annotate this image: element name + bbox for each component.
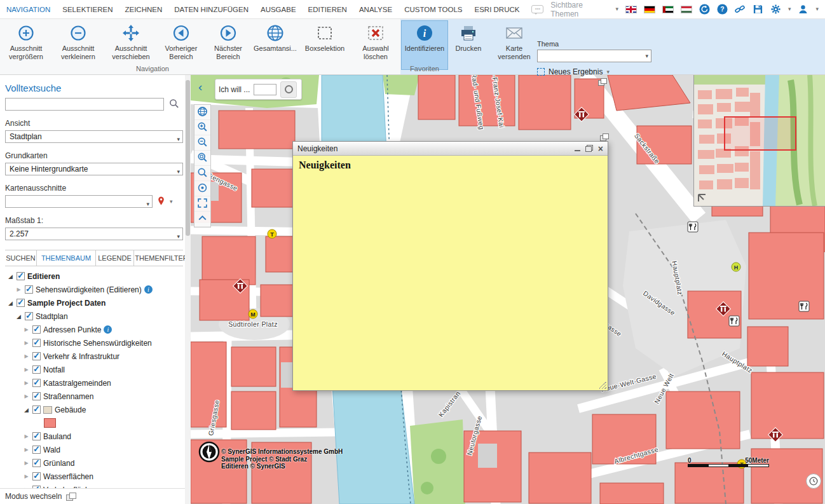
massstab-select[interactable]: 2.257▾: [5, 228, 183, 240]
zoom-out-button[interactable]: [194, 135, 210, 151]
map-marker-tram-m-icon[interactable]: M: [249, 310, 257, 318]
layer-checkbox[interactable]: [32, 339, 41, 347]
tree-expand-icon[interactable]: ▶: [23, 447, 30, 453]
ribbon-button-ausschnitt-verkleinern[interactable]: Ausschnitt verkleinern: [53, 21, 103, 69]
tree-item-katastralgemeinden[interactable]: ▶Katastralgemeinden: [5, 376, 183, 390]
layer-checkbox[interactable]: [32, 459, 41, 467]
tab-themenfilter[interactable]: THEMENFILTER: [134, 250, 189, 266]
tree-expand-icon[interactable]: ▶: [23, 460, 30, 466]
layer-label[interactable]: Editieren: [27, 272, 60, 281]
menu-item-ausgabe[interactable]: AUSGABE: [261, 6, 296, 13]
layer-label[interactable]: Gebäude: [55, 405, 86, 414]
tree-expand-icon[interactable]: ▶: [23, 353, 30, 359]
tree-expand-icon[interactable]: ▶: [23, 433, 30, 439]
layer-checkbox[interactable]: [32, 379, 41, 387]
layer-label[interactable]: Verkehr & Infrastruktur: [43, 352, 119, 361]
grundkarten-select[interactable]: Keine Hintergrundkarte▾: [5, 163, 183, 175]
map-marker-hospital-icon[interactable]: H: [732, 262, 740, 271]
layer-label[interactable]: Bauland: [43, 432, 71, 441]
settings-gear-icon[interactable]: [770, 4, 781, 15]
tree-expand-icon[interactable]: ▶: [23, 327, 30, 332]
map-pin-icon[interactable]: [156, 196, 166, 208]
tree-item-gr-nland[interactable]: ▶Grünland: [5, 456, 183, 470]
ribbon-button-n-chster-bereich[interactable]: Nächster Bereich: [206, 21, 250, 69]
layer-label[interactable]: Historische Sehenswürdigkeiten: [43, 339, 152, 348]
tree-expand-icon[interactable]: ▶: [23, 473, 30, 479]
overview-map[interactable]: [693, 75, 825, 207]
tree-collapse-icon[interactable]: ◢: [23, 407, 30, 413]
tree-expand-icon[interactable]: ▶: [15, 287, 22, 292]
dialog-titlebar[interactable]: Neuigkeiten ×: [293, 142, 608, 156]
tree-item-historische-sehensw-rdigkeiten[interactable]: ▶Historische Sehenswürdigkeiten: [5, 336, 183, 350]
tree-item-adressen-punkte[interactable]: ▶Adressen Punktei: [5, 323, 183, 336]
tab-themenbaum[interactable]: THEMENBAUM: [37, 250, 96, 266]
layer-label[interactable]: Grünland: [43, 459, 74, 468]
ich-will-button[interactable]: [280, 81, 297, 98]
menu-item-navigation[interactable]: NAVIGATION: [6, 6, 50, 13]
ribbon-button-karte-versenden[interactable]: Karte versenden: [489, 21, 539, 69]
flag-hu-icon[interactable]: [681, 6, 692, 13]
layer-checkbox[interactable]: [32, 432, 41, 440]
ich-will-input[interactable]: [254, 84, 276, 95]
layer-checkbox[interactable]: [17, 299, 25, 307]
menu-item-zeichnen[interactable]: ZEICHNEN: [125, 6, 162, 13]
neuigkeiten-dialog[interactable]: Neuigkeiten × Neuigkeiten: [292, 141, 608, 391]
tree-item-stra-ennamen[interactable]: ▶Straßennamen: [5, 390, 183, 403]
tree-item-verkehr-infrastruktur[interactable]: ▶Verkehr & Infrastruktur: [5, 350, 183, 363]
menu-item-custom-tools[interactable]: CUSTOM TOOLS: [404, 6, 462, 13]
layer-label[interactable]: Stadtplan: [36, 312, 68, 321]
ribbon-button-vorheriger-bereich[interactable]: Vorheriger Bereich: [159, 21, 203, 69]
layer-checkbox[interactable]: [32, 392, 41, 400]
thema-select[interactable]: ▾: [537, 50, 651, 62]
tree-expand-icon[interactable]: ▶: [23, 380, 30, 386]
neues-ergebnis-button[interactable]: Neues Ergebnis ▾: [537, 67, 651, 76]
back-icon[interactable]: [699, 4, 710, 15]
link-icon[interactable]: [735, 4, 746, 15]
settings-caret-icon[interactable]: ▾: [788, 6, 791, 12]
tree-item-editieren[interactable]: ◢Editieren: [5, 269, 183, 283]
layer-checkbox[interactable]: [32, 446, 41, 454]
layer-label[interactable]: Sample Project Daten: [27, 299, 106, 308]
zoom-selection-button[interactable]: [194, 166, 210, 181]
tree-item-geb-ude[interactable]: ◢Gebäude: [5, 403, 183, 416]
tab-legende[interactable]: LEGENDE: [96, 250, 134, 266]
time-slider-clock-button[interactable]: [806, 473, 821, 489]
map-marker-restaurant-icon[interactable]: [799, 301, 809, 311]
flag-de-icon[interactable]: [644, 6, 655, 13]
visible-themes-caret-icon[interactable]: ▾: [615, 6, 618, 12]
restore-window-icon[interactable]: [598, 78, 607, 86]
chevron-down-icon[interactable]: ▾: [170, 199, 173, 205]
map-marker-tram-t-icon[interactable]: T: [268, 229, 276, 238]
ribbon-button-auswahl-l-schen[interactable]: Auswahl löschen: [352, 21, 399, 69]
tree-expand-icon[interactable]: ▶: [23, 340, 30, 346]
ribbon-button-drucken[interactable]: Drucken: [450, 21, 487, 69]
ribbon-button-gesamtansi[interactable]: Gesamtansi...: [253, 21, 297, 69]
sidebar-collapse-chevron-icon[interactable]: ‹: [198, 83, 202, 92]
layer-checkbox[interactable]: [25, 285, 33, 294]
close-icon[interactable]: ×: [598, 145, 603, 153]
tree-expand-icon[interactable]: ▶: [23, 393, 30, 399]
tree-collapse-icon[interactable]: ◢: [7, 273, 14, 280]
map-marker-restaurant-icon[interactable]: [688, 222, 698, 232]
flag-ae-icon[interactable]: [662, 6, 674, 13]
map-marker-restaurant-icon[interactable]: [729, 316, 739, 326]
tree-item-wald[interactable]: ▶Wald: [5, 443, 183, 456]
overview-extent-rectangle[interactable]: [725, 117, 796, 150]
tab-suchen[interactable]: SUCHEN: [5, 250, 37, 266]
center-map-button[interactable]: [194, 181, 210, 196]
menu-item-analyse[interactable]: ANALYSE: [359, 6, 392, 13]
sidebar-scrollbar[interactable]: [185, 75, 191, 504]
collapse-up-button[interactable]: [194, 212, 210, 227]
menu-item-daten-hinzuf-gen[interactable]: DATEN HINZUFÜGEN: [174, 6, 249, 13]
ribbon-button-boxselektion[interactable]: Boxselektion: [300, 21, 350, 69]
tree-collapse-icon[interactable]: ◢: [15, 313, 22, 320]
zoom-box-button[interactable]: [194, 151, 210, 166]
tree-item-gebaeude-legend[interactable]: [5, 416, 183, 430]
search-input[interactable]: [5, 98, 164, 111]
tree-item-sehensw-rdigkeiten-editieren[interactable]: ▶Sehenswürdigkeiten (Editieren)i: [5, 283, 183, 296]
layer-checkbox[interactable]: [32, 472, 41, 480]
tree-item-notfall[interactable]: ▶Notfall: [5, 363, 183, 376]
tree-item-wasserfl-chen[interactable]: ▶Wasserflächen: [5, 470, 183, 483]
ansicht-select[interactable]: Stadtplan▾: [5, 130, 183, 143]
tree-item-sample-project-daten[interactable]: ◢Sample Project Daten: [5, 296, 183, 310]
